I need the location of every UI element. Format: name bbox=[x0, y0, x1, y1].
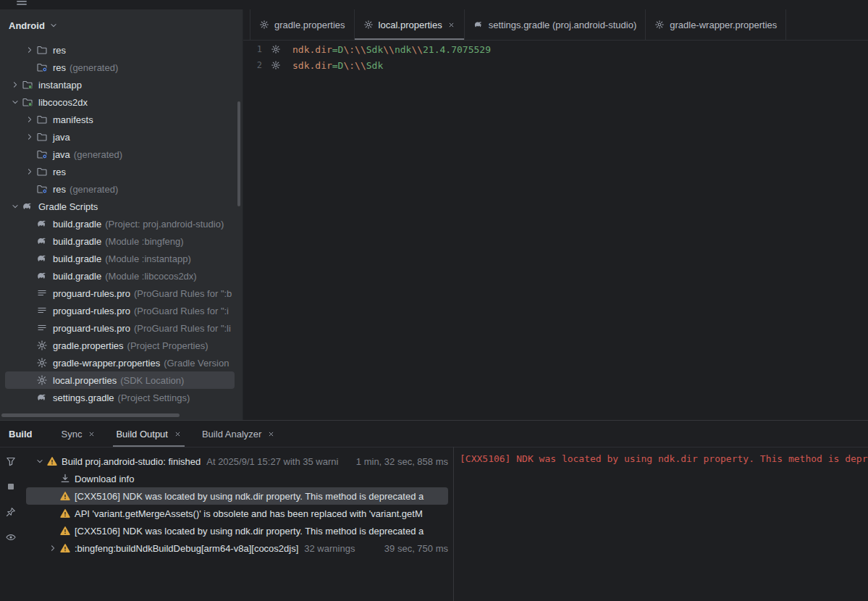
chevron-spacer bbox=[23, 305, 36, 316]
build-row-label: Build proj.android-studio: finished bbox=[62, 456, 201, 467]
chevron-right-icon bbox=[25, 167, 34, 176]
editor-area: gradle.properties local.properties setti… bbox=[243, 9, 868, 420]
token: ndk bbox=[395, 44, 411, 55]
tree-chevron[interactable] bbox=[23, 131, 36, 143]
token: 21.4.7075529 bbox=[423, 44, 491, 55]
tab-build-analyzer[interactable]: Build Analyzer bbox=[195, 421, 282, 447]
tree-chevron[interactable] bbox=[46, 542, 59, 554]
chevron-right-icon bbox=[25, 115, 34, 124]
code-line: 2 sdk.dir=D\:\\Sdk bbox=[243, 57, 868, 73]
tree-item-res-generated[interactable]: res (generated) bbox=[0, 59, 243, 76]
tree-item-label: proguard-rules.pro bbox=[53, 323, 130, 334]
tab-label: Build Output bbox=[116, 429, 168, 440]
tree-item-label: gradle-wrapper.properties bbox=[53, 358, 160, 369]
tree-item-proguard-2[interactable]: proguard-rules.pro (ProGuard Rules for "… bbox=[0, 302, 243, 319]
build-row-duration: 1 min, 32 sec, 858 ms bbox=[356, 456, 452, 467]
tree-chevron[interactable] bbox=[23, 166, 36, 177]
tree-chevron[interactable] bbox=[33, 455, 46, 467]
tree-item-build-gradle-instantapp[interactable]: build.gradle (Module :instantapp) bbox=[0, 250, 243, 267]
tree-item-res[interactable]: res bbox=[0, 41, 243, 59]
tree-item-libcocos2dx[interactable]: libcocos2dx bbox=[0, 93, 243, 111]
tree-chevron[interactable] bbox=[23, 44, 36, 56]
tree-item-gradle-scripts[interactable]: Gradle Scripts bbox=[0, 198, 243, 215]
text-file-icon bbox=[36, 322, 48, 334]
warning-icon bbox=[59, 542, 71, 554]
tree-item-res2[interactable]: res bbox=[0, 163, 243, 180]
tree-item-proguard-3[interactable]: proguard-rules.pro (ProGuard Rules for "… bbox=[0, 319, 243, 337]
close-icon[interactable] bbox=[88, 430, 96, 438]
tree-item-java[interactable]: java bbox=[0, 128, 243, 146]
tree-item-instantapp[interactable]: instantapp bbox=[0, 76, 243, 93]
build-tree-row-warning-1[interactable]: [CXX5106] NDK was located by using ndk.d… bbox=[26, 487, 448, 505]
tree-item-build-gradle-project[interactable]: build.gradle (Project: proj.android-stud… bbox=[0, 215, 243, 232]
tree-item-java-generated[interactable]: java (generated) bbox=[0, 146, 243, 163]
tree-item-build-gradle-libcocos2dx[interactable]: build.gradle (Module :libcocos2dx) bbox=[0, 267, 243, 285]
chevron-right-icon bbox=[11, 80, 20, 89]
code-text: ndk.dir=D\:\\Sdk\\ndk\\21.4.7075529 bbox=[292, 44, 491, 55]
gutter-gear-icon[interactable] bbox=[271, 60, 281, 70]
build-tree-row-bingfeng-task[interactable]: :bingfeng:buildNdkBuildDebug[arm64-v8a][… bbox=[22, 539, 452, 557]
line-number: 2 bbox=[243, 60, 262, 70]
stop-icon[interactable] bbox=[5, 481, 17, 492]
tree-item-label: proguard-rules.pro bbox=[53, 306, 130, 316]
tree-item-manifests[interactable]: manifests bbox=[0, 111, 243, 128]
build-panel: Build Sync Build Output Build Analyzer bbox=[0, 420, 868, 601]
tab-local-properties[interactable]: local.properties bbox=[355, 9, 465, 40]
gear-icon bbox=[36, 374, 48, 386]
tree-item-settings-gradle[interactable]: settings.gradle (Project Settings) bbox=[0, 389, 243, 406]
generated-folder-icon bbox=[36, 148, 48, 160]
close-icon[interactable] bbox=[447, 21, 455, 29]
hamburger-menu-icon[interactable] bbox=[15, 0, 28, 8]
chevron-spacer bbox=[23, 235, 36, 247]
chevron-spacer bbox=[23, 270, 36, 282]
tree-item-label: res bbox=[53, 45, 66, 56]
vertical-scrollbar[interactable] bbox=[237, 101, 240, 206]
tree-item-annotation: (Project Settings) bbox=[118, 392, 190, 403]
close-icon[interactable] bbox=[267, 430, 275, 438]
chevron-spacer bbox=[46, 473, 59, 484]
gutter-gear-icon[interactable] bbox=[271, 44, 281, 54]
tree-item-label: proguard-rules.pro bbox=[53, 288, 130, 299]
tree-chevron[interactable] bbox=[9, 201, 22, 212]
pin-icon[interactable] bbox=[5, 506, 17, 518]
tab-gradle-wrapper-properties[interactable]: gradle-wrapper.properties bbox=[646, 9, 786, 40]
tree-item-annotation: (generated) bbox=[69, 184, 118, 195]
tab-build-output[interactable]: Build Output bbox=[109, 421, 189, 447]
filter-icon[interactable] bbox=[5, 455, 17, 467]
tree-chevron[interactable] bbox=[9, 79, 22, 91]
inspect-eye-icon[interactable] bbox=[5, 531, 17, 543]
build-tree-row-download-info[interactable]: Download info bbox=[22, 470, 452, 487]
tree-chevron[interactable] bbox=[9, 96, 22, 108]
build-tree-row-root[interactable]: Build proj.android-studio: finished At 2… bbox=[22, 453, 452, 470]
close-icon[interactable] bbox=[174, 430, 182, 438]
tree-item-gradle-properties[interactable]: gradle.properties (Project Properties) bbox=[0, 337, 243, 354]
tree-item-proguard-1[interactable]: proguard-rules.pro (ProGuard Rules for "… bbox=[0, 285, 243, 302]
tab-label: Build Analyzer bbox=[202, 429, 261, 440]
project-view-selector[interactable]: Android bbox=[0, 9, 243, 41]
build-row-meta: At 2025/9/1 15:27 with 35 warni bbox=[206, 456, 350, 467]
editor-content[interactable]: 1 ndk.dir=D\:\\Sdk\\ndk\\21.4.7075529 2 … bbox=[243, 41, 868, 73]
gear-icon bbox=[259, 20, 269, 30]
tab-gradle-properties[interactable]: gradle.properties bbox=[250, 9, 355, 40]
tree-item-label: Gradle Scripts bbox=[38, 201, 98, 212]
build-output-tree: Build proj.android-studio: finished At 2… bbox=[22, 447, 452, 601]
gradle-icon bbox=[36, 218, 48, 230]
tree-item-label: build.gradle bbox=[53, 219, 101, 230]
build-row-label: [CXX5106] NDK was located by using ndk.d… bbox=[75, 491, 424, 502]
tree-item-label: gradle.properties bbox=[53, 340, 124, 351]
tree-item-res2-generated[interactable]: res (generated) bbox=[0, 180, 243, 198]
build-tree-row-warning-2[interactable]: API 'variant.getMergeAssets()' is obsole… bbox=[22, 505, 452, 522]
line-number: 1 bbox=[243, 44, 262, 54]
tree-chevron[interactable] bbox=[23, 114, 36, 125]
tree-item-gradle-wrapper-properties[interactable]: gradle-wrapper.properties (Gradle Versio… bbox=[0, 354, 243, 371]
chevron-right-icon bbox=[25, 46, 34, 54]
gear-icon bbox=[654, 20, 665, 30]
tab-sync[interactable]: Sync bbox=[54, 421, 104, 447]
token: =D bbox=[332, 60, 344, 71]
build-console[interactable]: [CXX5106] NDK was located by using ndk.d… bbox=[453, 447, 868, 601]
tree-item-build-gradle-bingfeng[interactable]: build.gradle (Module :bingfeng) bbox=[0, 232, 243, 250]
build-tree-row-warning-3[interactable]: [CXX5106] NDK was located by using ndk.d… bbox=[22, 522, 452, 539]
horizontal-scrollbar[interactable] bbox=[1, 413, 180, 417]
tab-settings-gradle[interactable]: settings.gradle (proj.android-studio) bbox=[465, 9, 646, 40]
tree-item-local-properties[interactable]: local.properties (SDK Location) bbox=[5, 371, 235, 389]
